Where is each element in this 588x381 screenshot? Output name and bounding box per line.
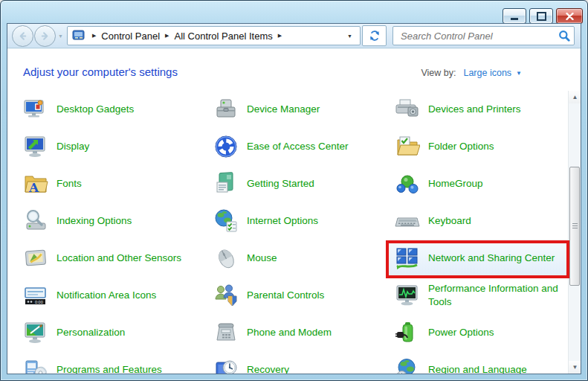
search-box (392, 26, 575, 45)
display-icon (23, 134, 48, 159)
control-panel-item-ease-of-access-center[interactable]: Ease of Access Center (207, 128, 389, 165)
page-title: Adjust your computer's settings (23, 65, 178, 78)
control-panel-item-desktop-gadgets[interactable]: Desktop Gadgets (17, 91, 207, 128)
notification-area-icon: 0:00 (23, 283, 48, 308)
power-options-icon (395, 320, 420, 345)
close-icon (566, 13, 574, 20)
personalization-icon (23, 320, 48, 345)
control-panel-item-notification-area-icons[interactable]: 0:00 Notification Area Icons (17, 277, 207, 314)
breadcrumb: ▶ Control Panel ▶ All Control Panel Item… (67, 26, 361, 45)
view-by-label: View by: (421, 68, 456, 78)
control-panel-item-device-manager[interactable]: Device Manager (207, 91, 389, 128)
svg-text:0:00: 0:00 (35, 300, 43, 304)
network-sharing-icon (395, 246, 420, 271)
item-label: Network and Sharing Center (428, 252, 555, 265)
control-panel-item-internet-options[interactable]: Internet Options (207, 202, 389, 240)
breadcrumb-separator-icon[interactable]: ▶ (273, 33, 287, 39)
internet-options-icon (213, 208, 239, 234)
breadcrumb-separator-icon[interactable]: ▶ (160, 33, 174, 39)
item-label: Personalization (56, 326, 125, 339)
item-label: Mouse (247, 252, 277, 265)
device-manager-icon (213, 97, 239, 122)
recovery-icon (213, 357, 239, 374)
scroll-up-button[interactable]: ▲ (569, 91, 581, 103)
back-button[interactable] (12, 25, 33, 47)
control-panel-window: ▼ ▶ Control Panel ▶ All Control Panel It… (0, 0, 588, 381)
scrollbar-grip-icon (572, 223, 578, 229)
view-by-value[interactable]: Large icons (463, 68, 511, 78)
item-label: Indexing Options (56, 214, 132, 228)
forward-button[interactable] (34, 25, 56, 47)
control-panel-item-folder-options[interactable]: Folder Options (389, 128, 568, 165)
item-label: HomeGroup (428, 177, 483, 190)
item-label: Devices and Printers (428, 103, 521, 116)
item-label: Ease of Access Center (247, 140, 349, 153)
homegroup-icon (395, 171, 420, 196)
keyboard-icon (395, 208, 420, 234)
mouse-icon (213, 246, 239, 271)
breadcrumb-item-all-control-panel-items[interactable]: All Control Panel Items (175, 31, 273, 42)
vertical-scrollbar[interactable]: ▲ ▼ (568, 91, 581, 374)
control-panel-item-parental-controls[interactable]: Parental Controls (207, 277, 389, 314)
getting-started-icon (213, 171, 239, 196)
navigation-bar: ▼ ▶ Control Panel ▶ All Control Panel It… (7, 24, 581, 48)
content-area: Adjust your computer's settings View by:… (7, 48, 581, 374)
devices-and-printers-icon (395, 97, 420, 122)
control-panel-item-display[interactable]: Display (17, 128, 207, 165)
control-panel-item-recovery[interactable]: Recovery (207, 351, 389, 374)
item-label: Keyboard (428, 214, 471, 228)
recent-pages-chevron-icon[interactable]: ▼ (58, 33, 63, 39)
control-panel-item-keyboard[interactable]: Keyboard (389, 202, 568, 240)
breadcrumb-item-control-panel[interactable]: Control Panel (101, 31, 160, 42)
item-label: Getting Started (247, 177, 314, 190)
folder-options-icon (395, 134, 420, 159)
indexing-options-icon (23, 208, 48, 234)
item-label: Fonts (56, 177, 82, 190)
item-label: Device Manager (247, 103, 320, 116)
control-panel-item-mouse[interactable]: Mouse (207, 240, 389, 277)
performance-icon (395, 283, 420, 308)
fonts-icon: A (23, 171, 48, 196)
item-label: Performance Information and Tools (428, 282, 559, 308)
view-by-dropdown-icon[interactable]: ▼ (516, 70, 522, 77)
minimize-icon (511, 18, 518, 20)
control-panel-item-personalization[interactable]: Personalization (17, 314, 207, 351)
control-panel-item-network-and-sharing-center[interactable]: Network and Sharing Center (389, 240, 568, 277)
control-panel-item-getting-started[interactable]: Getting Started (207, 165, 389, 202)
scrollbar-thumb[interactable] (569, 167, 580, 286)
control-panel-item-programs-and-features[interactable]: Programs and Features (17, 351, 207, 374)
control-panel-item-region-and-language[interactable]: Region and Language (389, 351, 568, 374)
control-panel-item-location-and-other-sensors[interactable]: Location and Other Sensors (17, 240, 207, 277)
region-language-icon (395, 357, 420, 374)
item-label: Notification Area Icons (56, 289, 156, 302)
client-area: ▼ ▶ Control Panel ▶ All Control Panel It… (7, 23, 581, 374)
view-by-control: View by: Large icons ▼ (421, 68, 522, 78)
control-panel-item-power-options[interactable]: Power Options (389, 314, 568, 351)
phone-modem-icon (213, 320, 239, 345)
control-panel-item-fonts[interactable]: A Fonts (17, 165, 207, 202)
maximize-icon (537, 12, 546, 21)
control-panel-item-performance-information-and-tools[interactable]: Performance Information and Tools (389, 277, 568, 314)
forward-arrow-icon (39, 31, 51, 42)
scroll-down-button[interactable]: ▼ (569, 361, 581, 374)
close-button[interactable] (556, 8, 583, 24)
breadcrumb-separator-icon: ▶ (87, 33, 101, 39)
item-label: Recovery (247, 363, 289, 374)
item-label: Programs and Features (56, 363, 162, 374)
minimize-button[interactable] (503, 8, 526, 24)
control-panel-item-phone-and-modem[interactable]: Phone and Modem (207, 314, 389, 351)
address-dropdown-icon[interactable]: ▼ (343, 33, 357, 39)
control-panel-item-indexing-options[interactable]: Indexing Options (17, 202, 207, 240)
ease-of-access-icon (213, 134, 239, 159)
item-label: Internet Options (247, 214, 318, 228)
item-label: Parental Controls (247, 289, 324, 302)
back-arrow-icon (17, 31, 28, 42)
search-icon[interactable] (558, 30, 570, 42)
control-panel-item-devices-and-printers[interactable]: Devices and Printers (389, 91, 568, 128)
control-panel-grid: Desktop Gadgets Device Manager Devices a… (17, 91, 568, 374)
maximize-button[interactable] (529, 8, 553, 24)
control-panel-item-homegroup[interactable]: HomeGroup (389, 165, 568, 202)
search-input[interactable] (399, 30, 558, 42)
item-label: Location and Other Sensors (56, 252, 181, 265)
refresh-button[interactable] (362, 25, 387, 46)
